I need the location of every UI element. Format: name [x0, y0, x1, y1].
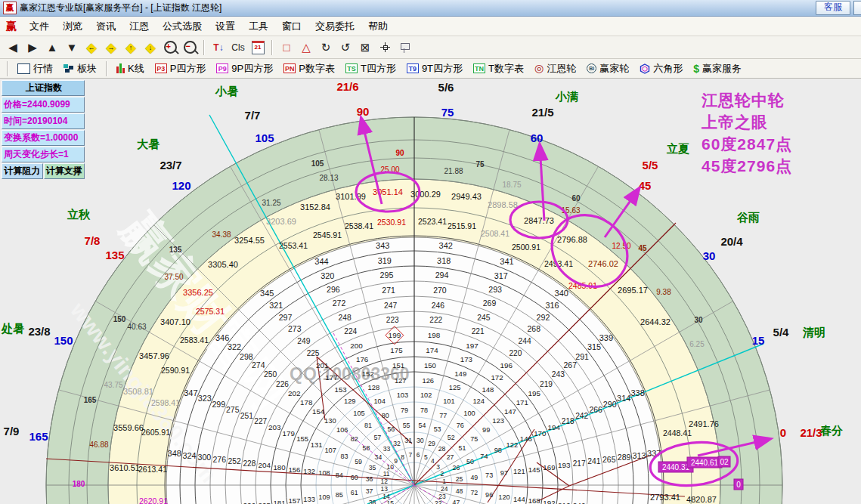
- box-icon: TS: [345, 63, 358, 73]
- svg-text:3152.84: 3152.84: [300, 203, 330, 212]
- gann-tool-P数字表[interactable]: PNP数字表: [278, 60, 340, 77]
- gann-tool-T四方形[interactable]: TST四方形: [340, 60, 401, 77]
- svg-text:205: 205: [258, 501, 271, 504]
- toolbar-separator: [7, 61, 8, 76]
- maximize-icon[interactable]: ⊠: [356, 39, 374, 57]
- svg-text:83: 83: [341, 453, 348, 460]
- shift-up-icon[interactable]: ◆↑: [122, 39, 140, 57]
- cls-button[interactable]: Cls: [229, 39, 247, 57]
- svg-text:133: 133: [303, 495, 315, 503]
- gann-tool-T数字表[interactable]: TNT数字表: [468, 60, 529, 77]
- calendar-icon[interactable]: 21: [249, 39, 267, 57]
- svg-text:345: 345: [260, 289, 274, 298]
- calc-resistance-button[interactable]: 计算阻力: [2, 163, 43, 179]
- svg-text:178: 178: [300, 398, 312, 407]
- svg-text:200: 200: [350, 342, 363, 350]
- svg-text:2538.41: 2538.41: [345, 221, 373, 230]
- rotate-ccw-icon[interactable]: ↺: [336, 39, 355, 57]
- gann-tool-9T四方形[interactable]: T99T四方形: [401, 60, 468, 77]
- gann-tool-9P四方形[interactable]: P99P四方形: [211, 60, 278, 77]
- gann-tool-赢家轮[interactable]: Bi赢家轮: [581, 60, 634, 77]
- svg-text:85: 85: [336, 491, 343, 499]
- menu-设置[interactable]: 设置: [209, 17, 242, 36]
- annotation-line: 江恩轮中轮: [701, 89, 792, 111]
- svg-text:121: 121: [513, 467, 525, 475]
- svg-text:2448.41: 2448.41: [663, 428, 692, 438]
- svg-text:221: 221: [472, 327, 485, 335]
- gann-tool-赢家服务[interactable]: $赢家服务: [688, 60, 747, 77]
- svg-text:266: 266: [589, 406, 602, 414]
- svg-text:150: 150: [424, 361, 436, 369]
- svg-text:202: 202: [288, 389, 301, 397]
- triangle-tool-icon[interactable]: △: [297, 39, 315, 57]
- svg-text:270: 270: [433, 286, 447, 295]
- svg-text:58: 58: [363, 444, 370, 452]
- svg-text:152: 152: [362, 369, 374, 378]
- board-icon[interactable]: [395, 39, 413, 57]
- svg-text:2545.91: 2545.91: [313, 230, 342, 240]
- menu-浏览[interactable]: 浏览: [56, 17, 89, 36]
- svg-text:2796.88: 2796.88: [557, 235, 587, 244]
- svg-text:275: 275: [226, 406, 240, 414]
- gann-tool-K线[interactable]: K线: [111, 60, 150, 77]
- menu-工具[interactable]: 工具: [242, 17, 275, 36]
- svg-text:3559.66: 3559.66: [113, 423, 144, 432]
- svg-text:120: 120: [172, 179, 190, 192]
- zoom-out-icon[interactable]: −: [181, 39, 199, 57]
- menu-文件[interactable]: 文件: [23, 17, 56, 36]
- svg-text:26: 26: [453, 464, 460, 472]
- nav-down-icon[interactable]: ▼: [63, 39, 81, 57]
- svg-text:84: 84: [336, 472, 343, 479]
- menu-帮助[interactable]: 帮助: [361, 17, 395, 36]
- menu-公式选股[interactable]: 公式选股: [156, 17, 209, 36]
- svg-text:3254.55: 3254.55: [234, 236, 265, 245]
- nav-right-icon[interactable]: ▶: [23, 39, 42, 57]
- menu-窗口[interactable]: 窗口: [275, 17, 308, 36]
- gann-tool-板块[interactable]: 板块: [58, 60, 102, 77]
- shift-left-icon[interactable]: ◆←: [82, 39, 101, 57]
- svg-text:123: 123: [492, 416, 504, 425]
- svg-text:226: 226: [276, 380, 289, 388]
- gann-tool-六角形[interactable]: 六角形: [634, 60, 688, 77]
- shift-right-icon[interactable]: ◆→: [102, 39, 120, 57]
- svg-text:228: 228: [243, 459, 256, 468]
- svg-text:2598.41: 2598.41: [151, 398, 180, 407]
- svg-text:4820.87: 4820.87: [686, 495, 717, 504]
- svg-text:145: 145: [528, 465, 540, 474]
- gann-tool-行情[interactable]: 行情: [12, 60, 58, 77]
- dollar-icon: $: [693, 63, 699, 75]
- svg-text:0: 0: [780, 426, 786, 439]
- menu-资讯[interactable]: 资讯: [89, 17, 122, 36]
- updown-icon[interactable]: T↓: [209, 39, 228, 57]
- svg-text:120: 120: [498, 493, 509, 501]
- gann-tool-江恩轮[interactable]: ◎江恩轮: [529, 60, 581, 77]
- svg-text:30: 30: [694, 316, 703, 324]
- svg-text:32: 32: [393, 440, 401, 447]
- svg-text:45: 45: [639, 179, 652, 192]
- nav-up-icon[interactable]: ▲: [43, 39, 61, 57]
- svg-text:97: 97: [500, 469, 508, 477]
- svg-text:222: 222: [429, 316, 442, 324]
- rect-tool-icon[interactable]: □: [277, 39, 296, 57]
- customer-service-button[interactable]: 客服: [816, 1, 850, 15]
- menu-江恩[interactable]: 江恩: [122, 17, 156, 36]
- crosshair-icon[interactable]: [376, 39, 394, 57]
- time-row: 时间=20190104: [2, 113, 85, 129]
- svg-text:2898.58: 2898.58: [488, 200, 518, 209]
- svg-text:23/8: 23/8: [28, 325, 50, 338]
- svg-text:343: 343: [376, 241, 389, 250]
- svg-text:78: 78: [420, 407, 428, 414]
- svg-text:2515.91: 2515.91: [448, 221, 476, 230]
- svg-text:29: 29: [428, 440, 435, 447]
- rotate-cw-icon[interactable]: ↻: [317, 39, 335, 57]
- svg-text:5/4: 5/4: [773, 326, 790, 339]
- svg-text:5/5: 5/5: [643, 159, 658, 172]
- nav-left-icon[interactable]: ◀: [4, 39, 22, 57]
- calc-support-button[interactable]: 计算支撑: [44, 163, 85, 179]
- zoom-in-icon[interactable]: +: [161, 39, 179, 57]
- gann-tool-P四方形[interactable]: P3P四方形: [150, 60, 212, 77]
- menu-交易委托[interactable]: 交易委托: [308, 17, 361, 36]
- shift-down-icon[interactable]: ◆↓: [141, 39, 160, 57]
- titlebar-partial-button[interactable]: [853, 1, 861, 15]
- svg-text:165: 165: [29, 430, 48, 443]
